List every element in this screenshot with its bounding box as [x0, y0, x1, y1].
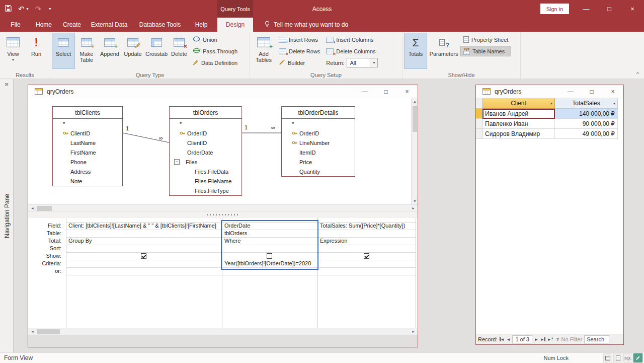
- tab-home[interactable]: Home: [32, 18, 55, 32]
- grid-cell-criteria-col2[interactable]: Year([tblOrders]![OrderDate])=2020: [222, 260, 316, 267]
- field-row-sub[interactable]: Files.FileName: [170, 176, 242, 186]
- next-record-button[interactable]: ►: [534, 337, 538, 342]
- show-checkbox-col3[interactable]: [364, 253, 369, 259]
- undo-icon[interactable]: ↶: [18, 5, 25, 13]
- close-button[interactable]: ×: [621, 0, 644, 18]
- append-button[interactable]: + Append: [98, 33, 121, 69]
- scroll-right-icon[interactable]: ►: [410, 328, 417, 335]
- delete-rows-button[interactable]: × Delete Rows: [276, 46, 323, 56]
- undo-dropdown-icon[interactable]: ▾: [27, 7, 29, 11]
- scrollbar-thumb[interactable]: [413, 106, 417, 132]
- cell-totalsales-1[interactable]: 140 000,00 ₽: [555, 109, 618, 119]
- column-header-totalsales[interactable]: TotalSales ▼: [555, 98, 618, 109]
- field-row[interactable]: Phone: [53, 157, 122, 167]
- field-list-tblclients[interactable]: tblClients * ClientID LastName FirstName…: [52, 106, 123, 186]
- row-selector[interactable]: [476, 119, 482, 129]
- field-row[interactable]: Quantity: [282, 167, 355, 176]
- window-close-icon[interactable]: ×: [602, 85, 623, 98]
- show-checkbox-col2[interactable]: [267, 253, 272, 259]
- field-row[interactable]: LineNumber: [282, 138, 355, 148]
- filter-status[interactable]: No Filter: [555, 336, 583, 342]
- column-header-client[interactable]: Client ▼: [482, 98, 555, 109]
- field-row[interactable]: OrderDate: [170, 148, 242, 157]
- select-query-button[interactable]: Select: [52, 33, 75, 69]
- cell-client-1[interactable]: Иванов Андрей: [482, 109, 555, 119]
- cell-client-3[interactable]: Сидоров Владимир: [482, 129, 555, 139]
- grid-cell-total-col2[interactable]: Where: [222, 237, 316, 245]
- tab-create[interactable]: Create: [60, 18, 84, 32]
- datasheet-view-button[interactable]: [603, 353, 612, 362]
- field-list-tblorders[interactable]: tblOrders * OrderID ClientID OrderDate F…: [169, 106, 242, 196]
- navigation-pane-collapsed[interactable]: » Navigation Pane: [0, 79, 14, 352]
- field-row-files[interactable]: Files: [170, 157, 242, 167]
- field-row[interactable]: ClientID: [53, 128, 122, 138]
- design-view-button[interactable]: [633, 353, 642, 362]
- field-row[interactable]: LastName: [53, 138, 122, 148]
- show-checkbox-col1[interactable]: [141, 253, 146, 259]
- field-row-sub[interactable]: Files.FileData: [170, 167, 242, 176]
- field-row-sub[interactable]: Files.FileType: [170, 186, 242, 195]
- totals-button[interactable]: Σ Totals: [404, 33, 427, 69]
- field-row[interactable]: ClientID: [170, 138, 242, 148]
- expand-nav-pane-icon[interactable]: »: [0, 80, 13, 88]
- design-window-titlebar[interactable]: qryOrders — □ ×: [28, 85, 418, 98]
- horizontal-scrollbar-bottom[interactable]: ◄ ►: [28, 328, 418, 335]
- minimize-button[interactable]: —: [575, 0, 598, 18]
- collapse-ribbon-icon[interactable]: ^: [636, 71, 639, 77]
- new-record-button[interactable]: ►*: [547, 337, 553, 342]
- previous-record-button[interactable]: ◄: [506, 337, 510, 342]
- scrollbar-thumb[interactable]: [37, 206, 52, 211]
- window-close-icon[interactable]: ×: [396, 85, 418, 98]
- window-maximize-icon[interactable]: □: [581, 85, 602, 98]
- combo-dropdown-icon[interactable]: ▼: [370, 58, 377, 67]
- vertical-scrollbar[interactable]: ▲ ▼: [411, 98, 418, 204]
- first-record-button[interactable]: ◄: [500, 337, 505, 342]
- insert-rows-button[interactable]: + Insert Rows: [276, 34, 323, 45]
- pivot-view-button[interactable]: [613, 353, 622, 362]
- sql-view-button[interactable]: SQL: [623, 353, 632, 362]
- scrollbar-thumb[interactable]: [37, 329, 60, 334]
- last-record-button[interactable]: ►: [540, 337, 545, 342]
- run-button[interactable]: ! Run: [25, 33, 48, 69]
- select-all-corner[interactable]: [476, 98, 482, 109]
- field-row-all[interactable]: *: [53, 119, 122, 128]
- scroll-left-icon[interactable]: ◄: [29, 205, 36, 211]
- cell-totalsales-2[interactable]: 90 000,00 ₽: [555, 119, 618, 129]
- grid-cell-total-col3[interactable]: Expression: [318, 237, 415, 245]
- window-minimize-icon[interactable]: —: [560, 85, 581, 98]
- collapse-attachment-icon[interactable]: [174, 159, 180, 165]
- save-icon[interactable]: [5, 5, 12, 13]
- tab-external-data[interactable]: External Data: [89, 18, 130, 32]
- crosstab-button[interactable]: Crosstab: [144, 33, 169, 69]
- parameters-button[interactable]: ? Parameters: [427, 33, 460, 69]
- tell-me-box[interactable]: Tell me what you want to do: [264, 18, 348, 32]
- grid-cell-total-col1[interactable]: Group By: [66, 237, 221, 245]
- filter-dropdown-icon[interactable]: ▼: [550, 102, 553, 105]
- delete-query-button[interactable]: × Delete: [169, 33, 190, 69]
- add-tables-button[interactable]: + Add Tables: [252, 33, 276, 69]
- make-table-button[interactable]: + Make Table: [75, 33, 98, 69]
- field-row[interactable]: OrderID: [282, 128, 355, 138]
- field-row[interactable]: FirstName: [53, 148, 122, 157]
- update-button[interactable]: Update: [121, 33, 144, 69]
- tab-design[interactable]: Design: [217, 18, 253, 32]
- table-names-button[interactable]: xyz Table Names: [460, 46, 511, 56]
- cell-totalsales-3[interactable]: 49 000,00 ₽: [555, 129, 618, 139]
- scroll-up-icon[interactable]: ▲: [412, 98, 418, 105]
- row-selector[interactable]: [476, 109, 482, 119]
- row-selector[interactable]: [476, 129, 482, 139]
- union-button[interactable]: Union: [190, 34, 240, 45]
- grid-cell-field-col1[interactable]: Client: [tblClients]![LastName] & " " & …: [66, 222, 221, 230]
- field-list-tblorderdetails[interactable]: tblOrderDetails * OrderID LineNumber Ite…: [281, 106, 355, 177]
- field-row[interactable]: Price: [282, 157, 355, 167]
- sign-in-button[interactable]: Sign in: [540, 4, 569, 14]
- record-search-input[interactable]: Search: [584, 335, 609, 343]
- field-row[interactable]: OrderID: [170, 128, 242, 138]
- scroll-right-icon[interactable]: ►: [410, 205, 417, 211]
- window-maximize-icon[interactable]: □: [375, 85, 396, 98]
- view-button[interactable]: View ▾: [2, 33, 25, 69]
- grid-cell-table-col2[interactable]: tblOrders: [222, 230, 316, 237]
- delete-columns-button[interactable]: × Delete Columns: [323, 46, 381, 56]
- customize-qat-icon[interactable]: ▾: [49, 7, 51, 11]
- cell-client-2[interactable]: Павленко Иван: [482, 119, 555, 129]
